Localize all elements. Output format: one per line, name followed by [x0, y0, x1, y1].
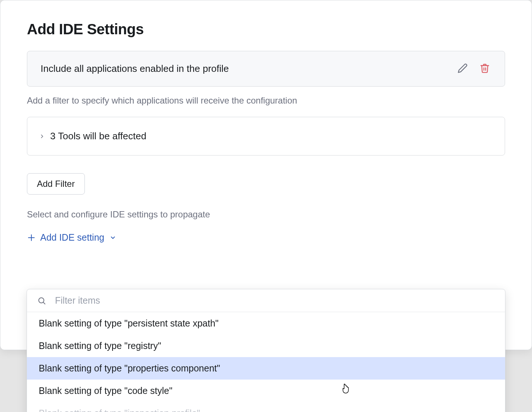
svg-line-3 — [44, 302, 45, 304]
profile-filter-text: Include all applications enabled in the … — [41, 63, 229, 74]
dropdown-item[interactable]: Blank setting of type "persistent state … — [27, 312, 505, 335]
dropdown-item[interactable]: Blank setting of type "code style" — [27, 380, 505, 402]
filter-helper-text: Add a filter to specify which applicatio… — [27, 95, 505, 106]
chevron-down-icon — [110, 234, 116, 241]
page-title: Add IDE Settings — [27, 21, 505, 38]
tools-affected-box[interactable]: 3 Tools will be affected — [27, 117, 505, 156]
profile-filter-box: Include all applications enabled in the … — [27, 51, 505, 87]
plus-icon — [27, 233, 36, 242]
pencil-icon — [457, 63, 468, 74]
dropdown-item[interactable]: Blank setting of type "properties compon… — [27, 357, 505, 380]
propagate-helper-text: Select and configure IDE settings to pro… — [27, 209, 505, 220]
trash-icon — [480, 63, 490, 74]
edit-button[interactable] — [456, 62, 469, 76]
add-ide-setting-label: Add IDE setting — [40, 232, 104, 243]
delete-button[interactable] — [478, 62, 491, 76]
filter-items-input[interactable] — [55, 295, 495, 306]
dropdown-item[interactable]: Blank setting of type "registry" — [27, 335, 505, 357]
search-icon — [37, 296, 46, 305]
dropdown-item[interactable]: Blank setting of type "inspection profil… — [27, 402, 505, 412]
ide-setting-dropdown: Blank setting of type "persistent state … — [27, 289, 505, 412]
chevron-right-icon — [39, 133, 45, 139]
tools-affected-text: 3 Tools will be affected — [50, 130, 146, 142]
dropdown-list: Blank setting of type "persistent state … — [27, 312, 505, 412]
add-filter-button[interactable]: Add Filter — [27, 173, 85, 195]
add-ide-setting-button[interactable]: Add IDE setting — [27, 232, 116, 243]
profile-actions — [456, 62, 491, 76]
svg-point-2 — [39, 298, 44, 303]
dropdown-search-row — [27, 289, 505, 312]
